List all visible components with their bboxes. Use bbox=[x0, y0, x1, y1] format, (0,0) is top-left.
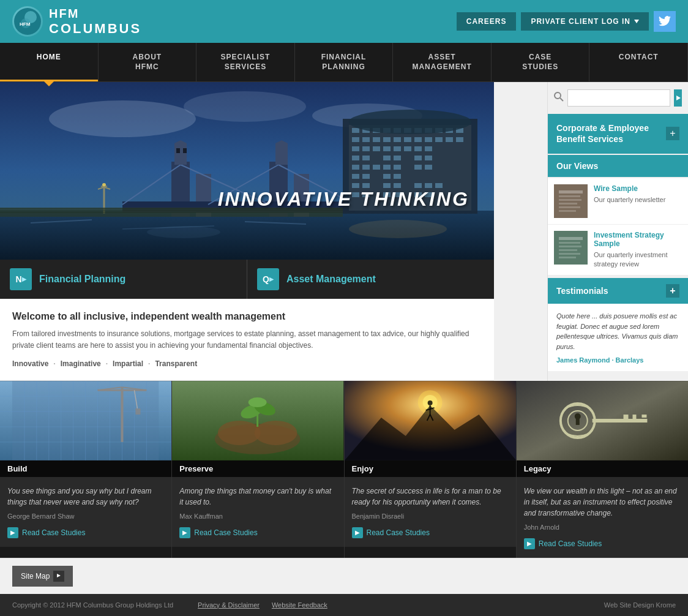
nav-link-about[interactable]: ABOUT HFMC bbox=[99, 43, 196, 81]
search-button[interactable] bbox=[674, 89, 682, 107]
card-content-legacy: We view our wealth in this light – not a… bbox=[517, 477, 688, 558]
svg-rect-107 bbox=[559, 210, 576, 212]
nav-item-financial[interactable]: FINANCIAL PLANNING bbox=[295, 43, 394, 81]
svg-rect-108 bbox=[554, 231, 588, 265]
logo-icon: HFM bbox=[12, 6, 43, 37]
svg-rect-74 bbox=[352, 183, 359, 188]
nav-item-asset[interactable]: ASSET MANAGEMENT bbox=[393, 43, 492, 81]
svg-rect-23 bbox=[176, 148, 180, 153]
views-item-title-wire: Wire Sample bbox=[594, 184, 665, 193]
tag-dot-2: · bbox=[106, 359, 108, 368]
svg-rect-113 bbox=[559, 253, 580, 255]
card-quote-preserve: Among the things that money can't buy is… bbox=[179, 486, 336, 508]
card-content-preserve: Among the things that money can't buy is… bbox=[172, 477, 343, 547]
testimonials-label: Testimonials bbox=[556, 286, 608, 296]
web-design-text: Web Site Design Krome bbox=[604, 601, 676, 609]
card-link-build[interactable]: ▶ Read Case Studies bbox=[7, 527, 164, 538]
sitemap-button[interactable]: Site Map bbox=[12, 566, 73, 587]
svg-rect-45 bbox=[425, 137, 432, 142]
testimonials-plus-icon: + bbox=[666, 284, 679, 298]
svg-rect-44 bbox=[414, 137, 422, 142]
svg-rect-161 bbox=[641, 415, 646, 418]
svg-line-99 bbox=[560, 98, 563, 101]
svg-rect-158 bbox=[592, 419, 647, 423]
private-client-button[interactable]: PRIVATE CLIENT LOG IN bbox=[521, 12, 649, 31]
nav-arrow-indicator bbox=[44, 81, 54, 86]
search-icon bbox=[554, 92, 564, 104]
svg-rect-67 bbox=[394, 165, 401, 170]
nav-item-specialist[interactable]: SPECIALIST SERVICES bbox=[196, 43, 295, 81]
tag-dot-3: · bbox=[148, 359, 150, 368]
svg-point-140 bbox=[218, 421, 261, 445]
card-link-icon-build: ▶ bbox=[7, 527, 18, 538]
nav-item-about[interactable]: ABOUT HFMC bbox=[99, 43, 197, 81]
svg-rect-55 bbox=[414, 146, 422, 151]
svg-rect-49 bbox=[352, 146, 359, 151]
card-image-legacy bbox=[517, 381, 688, 460]
svg-rect-43 bbox=[404, 137, 411, 142]
search-input[interactable] bbox=[567, 89, 670, 107]
feedback-link[interactable]: Website Feedback bbox=[272, 601, 327, 609]
card-title-preserve: Preserve bbox=[172, 460, 343, 477]
views-item-wire[interactable]: Wire Sample Our quarterly newsletter bbox=[548, 178, 688, 225]
careers-button[interactable]: CAREERS bbox=[457, 12, 517, 31]
svg-rect-79 bbox=[425, 183, 432, 188]
logo-area: HFM HFM COLUMBUS bbox=[12, 6, 141, 37]
nav-link-contact[interactable]: CONTACT bbox=[589, 43, 687, 72]
nav-link-financial[interactable]: FINANCIAL PLANNING bbox=[295, 43, 393, 81]
card-enjoy: Enjoy The secret of success in life is f… bbox=[345, 381, 517, 558]
copyright-left: Copyright © 2012 HFM Columbus Group Hold… bbox=[12, 601, 327, 609]
corporate-feature-text: Corporate & Employee Benefit Services bbox=[556, 122, 666, 145]
nav-link-home[interactable]: HOME bbox=[0, 43, 98, 72]
views-item-desc-strategy: Our quarterly investment strategy review bbox=[594, 250, 682, 269]
nav-item-case[interactable]: CASE STUDIES bbox=[492, 43, 590, 81]
tag-imaginative: Imaginative bbox=[61, 359, 101, 368]
card-quote-legacy: We view our wealth in this light – not a… bbox=[524, 486, 681, 519]
svg-rect-78 bbox=[414, 183, 422, 188]
dropdown-arrow-icon bbox=[634, 20, 639, 23]
svg-rect-58 bbox=[362, 156, 370, 160]
nav-item-contact[interactable]: CONTACT bbox=[589, 43, 688, 81]
card-title-enjoy: Enjoy bbox=[345, 460, 516, 477]
svg-rect-54 bbox=[404, 146, 411, 151]
card-author-build: George Bernard Shaw bbox=[7, 513, 164, 520]
card-link-enjoy[interactable]: ▶ Read Case Studies bbox=[352, 527, 509, 538]
tag-impartial: Impartial bbox=[113, 359, 143, 368]
svg-rect-40 bbox=[373, 137, 380, 142]
financial-planning-tab[interactable]: N ▶ Financial Planning bbox=[0, 260, 247, 299]
nav-link-specialist[interactable]: SPECIALIST SERVICES bbox=[196, 43, 294, 81]
nav-link-asset[interactable]: ASSET MANAGEMENT bbox=[393, 43, 491, 81]
svg-rect-41 bbox=[383, 137, 391, 142]
svg-rect-38 bbox=[352, 137, 359, 142]
card-link-legacy[interactable]: ▶ Read Case Studies bbox=[524, 538, 681, 549]
top-bar: HFM HFM COLUMBUS CAREERS PRIVATE CLIENT … bbox=[0, 0, 688, 43]
card-link-preserve[interactable]: ▶ Read Case Studies bbox=[179, 527, 336, 538]
svg-rect-52 bbox=[383, 146, 391, 151]
svg-rect-76 bbox=[383, 183, 391, 188]
views-content-wire: Wire Sample Our quarterly newsletter bbox=[594, 184, 665, 218]
tag-transparent: Transparent bbox=[155, 359, 197, 368]
card-image-preserve bbox=[172, 381, 343, 460]
views-item-strategy[interactable]: Investment Strategy Sample Our quarterly… bbox=[548, 225, 688, 276]
svg-rect-160 bbox=[632, 415, 636, 421]
nav-link-case[interactable]: CASE STUDIES bbox=[492, 43, 589, 81]
twitter-button[interactable] bbox=[654, 11, 676, 32]
welcome-tags: Innovative · Imaginative · Impartial · T… bbox=[12, 359, 482, 368]
tag-innovative: Innovative bbox=[12, 359, 48, 368]
svg-rect-75 bbox=[362, 183, 370, 188]
main-area: INNOVATIVE THINKING N ▶ Financial Planni… bbox=[0, 82, 547, 380]
svg-rect-68 bbox=[414, 165, 422, 170]
corporate-feature[interactable]: Corporate & Employee Benefit Services + bbox=[548, 114, 688, 153]
testimonial-text: Quote here ... duis posuere mollis est a… bbox=[556, 311, 679, 351]
svg-rect-39 bbox=[362, 137, 370, 142]
svg-rect-72 bbox=[383, 174, 391, 179]
svg-rect-61 bbox=[414, 156, 422, 160]
svg-rect-105 bbox=[559, 203, 577, 205]
nav-item-home[interactable]: HOME bbox=[0, 43, 99, 81]
svg-point-96 bbox=[349, 220, 447, 238]
privacy-link[interactable]: Privacy & Disclaimer bbox=[198, 601, 260, 609]
tag-dot-1: · bbox=[53, 359, 55, 368]
asset-management-tab[interactable]: Q ▶ Asset Management bbox=[247, 260, 494, 299]
svg-rect-77 bbox=[394, 183, 401, 188]
svg-rect-109 bbox=[559, 237, 583, 240]
